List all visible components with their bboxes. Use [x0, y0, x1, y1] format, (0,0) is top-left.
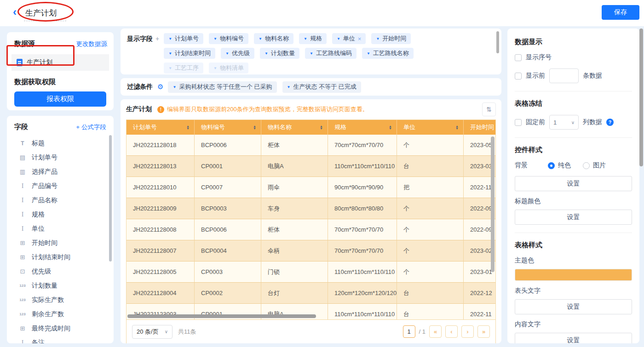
- sort-icon[interactable]: ▲▼: [389, 125, 392, 130]
- table-cell: 2022-11: [464, 304, 495, 319]
- display-field-chip[interactable]: ▼计划结束时间: [164, 48, 215, 59]
- field-item[interactable]: I备注: [18, 336, 114, 343]
- display-field-chip[interactable]: ▼工艺路线名称: [362, 48, 414, 59]
- field-item[interactable]: I单位: [18, 222, 114, 236]
- radio-selected-icon[interactable]: [548, 162, 555, 169]
- field-item[interactable]: T标题: [18, 136, 114, 150]
- field-item[interactable]: ▤计划单号: [18, 150, 114, 165]
- freeze-count-select[interactable]: 1 ∨: [549, 115, 579, 130]
- radio-unselected-icon[interactable]: [583, 162, 590, 169]
- bg-image-option[interactable]: 图片: [583, 161, 606, 170]
- column-header[interactable]: 物料编号▲▼: [195, 120, 261, 135]
- column-header[interactable]: 物料名称▲▼: [261, 120, 328, 135]
- add-field-icon[interactable]: +: [155, 35, 159, 42]
- display-field-chip[interactable]: ▼计划单号: [164, 33, 203, 44]
- table-cell: 110cm*110cm*110/110: [328, 262, 397, 283]
- field-item-label: 备注: [32, 339, 45, 344]
- prev-page-button[interactable]: ‹: [445, 325, 458, 338]
- page-scrollbar[interactable]: [639, 28, 643, 166]
- field-item[interactable]: I规格: [18, 207, 114, 222]
- display-field-chip-label: 单位: [343, 34, 355, 43]
- field-item[interactable]: ▥选择产品: [18, 165, 114, 179]
- close-icon[interactable]: ×: [358, 35, 362, 42]
- freeze-columns-checkbox[interactable]: [515, 119, 522, 126]
- field-item[interactable]: ⊡优先级: [18, 264, 114, 279]
- sort-icon[interactable]: ▲▼: [186, 125, 190, 130]
- field-item[interactable]: ⊞最终完成时间: [18, 321, 114, 336]
- column-header[interactable]: 单位▲▼: [397, 120, 464, 135]
- title-color-set-button[interactable]: 设置: [515, 210, 632, 225]
- sort-tool-button[interactable]: ⇅: [482, 102, 496, 116]
- field-item[interactable]: ⊞开始时间: [18, 236, 114, 250]
- first-page-button[interactable]: «: [429, 325, 442, 338]
- column-header[interactable]: 开始时间▲▼: [464, 120, 496, 135]
- fields-scrollbar[interactable]: [109, 135, 112, 262]
- field-item[interactable]: I产品名称: [18, 193, 114, 207]
- select-field-icon: ⊡: [18, 268, 27, 275]
- display-field-chip-label: 计划数量: [271, 49, 295, 57]
- field-item[interactable]: 123实际生产数: [18, 293, 114, 307]
- text-field-icon: I: [18, 197, 27, 204]
- field-item[interactable]: 123剩余生产数: [18, 307, 114, 321]
- table-vertical-scrollbar[interactable]: [491, 137, 494, 272]
- bg-solid-option[interactable]: 纯色: [548, 161, 571, 170]
- display-fields-scrollbar[interactable]: [496, 31, 499, 53]
- theme-color-swatch[interactable]: [515, 269, 632, 281]
- total-count: 共11条: [178, 328, 196, 336]
- column-header[interactable]: 规格▲▼: [328, 120, 397, 135]
- save-button[interactable]: 保存: [602, 5, 639, 20]
- report-permission-button[interactable]: 报表权限: [14, 91, 106, 107]
- change-datasource-link[interactable]: 更改数据源: [76, 40, 108, 48]
- column-header[interactable]: 计划单号▲▼: [126, 120, 195, 135]
- sort-icon[interactable]: ▲▼: [320, 125, 323, 130]
- display-field-chip[interactable]: ▼工艺工序: [164, 63, 203, 74]
- field-item[interactable]: I产品编号: [18, 179, 114, 193]
- field-item[interactable]: 123计划数量: [18, 279, 114, 293]
- display-field-chip[interactable]: ▼物料编号: [209, 33, 248, 44]
- last-page-button[interactable]: »: [477, 325, 490, 338]
- divider: [515, 233, 632, 233]
- column-header-label: 单位: [403, 123, 415, 131]
- display-field-chip[interactable]: ▼优先级: [221, 48, 254, 59]
- display-field-chip[interactable]: ▼计划数量: [260, 48, 299, 59]
- warning-icon: !: [157, 106, 164, 113]
- field-item-label: 产品编号: [32, 182, 58, 190]
- chevron-down-icon: ∨: [165, 329, 168, 334]
- display-field-chip[interactable]: ▼工艺路线编码: [305, 48, 356, 59]
- field-item-label: 开始时间: [32, 239, 58, 247]
- table-cell: 柜体: [261, 135, 328, 156]
- filter-condition-chip[interactable]: ▼生产状态 不等于 已完成: [282, 81, 361, 93]
- display-field-chip[interactable]: ▼单位×: [332, 33, 366, 44]
- datasource-item[interactable]: 生产计划: [12, 54, 109, 71]
- display-field-chip[interactable]: ▼物料清单: [209, 63, 248, 74]
- display-field-chip[interactable]: ▼开始时间: [371, 33, 411, 44]
- back-icon[interactable]: ‹: [13, 6, 17, 17]
- next-page-button[interactable]: ›: [461, 325, 474, 338]
- header-text-set-button[interactable]: 设置: [515, 299, 632, 314]
- show-first-checkbox[interactable]: [515, 73, 522, 80]
- show-index-checkbox[interactable]: [515, 54, 522, 61]
- table-cell: JH20221128007: [126, 240, 195, 262]
- background-set-button[interactable]: 设置: [515, 176, 632, 191]
- display-field-chip[interactable]: ▼物料名称: [254, 33, 293, 44]
- table-horizontal-scrollbar[interactable]: [127, 314, 316, 318]
- page-number-input[interactable]: [403, 325, 415, 338]
- freeze-prefix-label: 固定前: [526, 118, 545, 126]
- field-item[interactable]: ⊞计划结束时间: [18, 250, 114, 264]
- display-field-chip[interactable]: ▼规格: [299, 33, 327, 44]
- sort-icon[interactable]: ▲▼: [253, 125, 256, 130]
- sort-icon[interactable]: ▲▼: [455, 125, 459, 130]
- content-text-set-button[interactable]: 设置: [515, 333, 632, 343]
- table-cell: JH20221128009: [126, 198, 195, 219]
- text-field-icon: I: [18, 211, 27, 218]
- filter-condition-chip[interactable]: ▼采购耗材状态 等于任意一个 已采购: [168, 81, 276, 93]
- field-item-label: 单位: [32, 225, 45, 233]
- display-field-chip-label: 开始时间: [382, 34, 406, 43]
- page-size-select[interactable]: 20 条/页 ∨: [132, 325, 172, 339]
- gear-icon[interactable]: ⚙: [157, 83, 163, 91]
- field-item-label: 计划数量: [32, 282, 58, 290]
- add-formula-field-link[interactable]: + 公式字段: [76, 123, 106, 131]
- help-icon[interactable]: ?: [606, 119, 614, 126]
- show-first-input[interactable]: [549, 68, 579, 83]
- show-index-label: 显示序号: [526, 53, 552, 62]
